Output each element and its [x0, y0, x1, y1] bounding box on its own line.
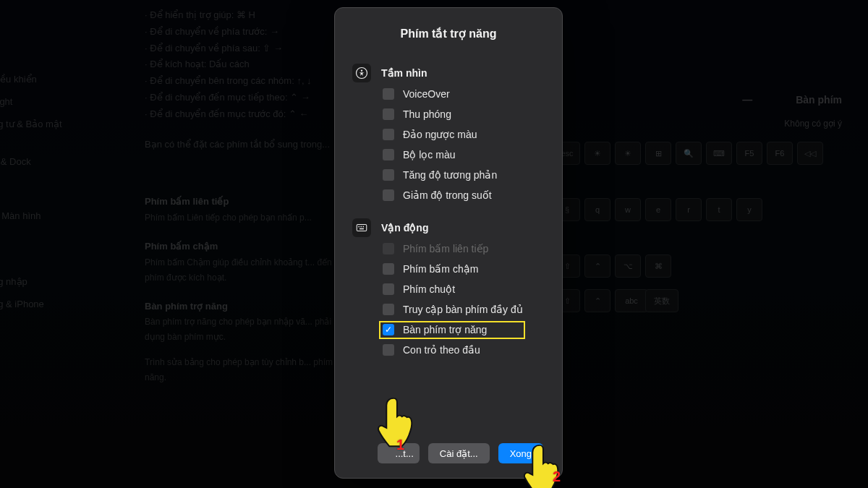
- bg-kb-row: § q w e r t y: [545, 194, 864, 226]
- kb-key: ⊞: [645, 142, 671, 165]
- bg-help-line: · Để di chuyển đến mục trước đó: ⌃ ←: [145, 106, 333, 123]
- svg-point-1: [361, 69, 362, 71]
- opt-label: Giảm độ trong suốt: [403, 189, 492, 201]
- opt-label: Bàn phím trợ năng: [403, 324, 487, 335]
- bg-mid-desc: Trình sửa bảng cho phép bạn tùy chỉnh b.…: [145, 355, 347, 385]
- kb-key: F6: [767, 142, 793, 165]
- bg-help-line: · Để di chuyển về phía trước: →: [145, 24, 333, 40]
- opt-head-pointer[interactable]: Con trỏ theo đầu: [383, 344, 543, 356]
- bg-sidebar-item: ng nhập: [0, 271, 130, 294]
- checkbox[interactable]: [383, 283, 394, 295]
- opt-slow-keys[interactable]: Phím bấm chậm: [383, 263, 543, 275]
- section-motor: Vận động: [352, 218, 543, 237]
- checkbox[interactable]: [383, 243, 394, 254]
- bg-kb-row: ⇧ ⌃ abc 英数: [545, 285, 864, 317]
- kb-key: ⌘: [645, 254, 671, 278]
- checkbox[interactable]: [383, 189, 394, 201]
- bg-kb-row: ⇧ ⌃ ⌥ ⌘: [545, 250, 864, 282]
- bg-kb-row: esc ☀︎ ☀︎ ⊞ 🔍 ⌨︎ F5 F6 ◁◁: [545, 137, 864, 169]
- opt-reduce-transparency[interactable]: Giảm độ trong suốt: [383, 189, 543, 201]
- opt-label: Tăng độ tương phản: [403, 169, 497, 181]
- opt-zoom[interactable]: Thu phóng: [383, 108, 543, 120]
- svg-rect-5: [363, 226, 365, 228]
- truncated-button[interactable]: ...t...: [378, 443, 420, 463]
- dialog-buttons: ...t... Cài đặt... Xong: [354, 443, 543, 463]
- kb-key: q: [584, 198, 610, 221]
- kb-key: e: [645, 198, 671, 221]
- motor-options: Phím bấm liên tiếp Phím bấm chậm Phím ch…: [383, 243, 543, 356]
- bg-sidebar-item: n & Dock: [0, 151, 130, 174]
- bg-kb-dash: —: [742, 94, 752, 106]
- kb-key: y: [736, 198, 762, 221]
- opt-label: Bộ lọc màu: [403, 149, 455, 160]
- bg-sidebar-item: tlight: [0, 91, 130, 114]
- svg-rect-6: [359, 228, 364, 230]
- bg-help-line: · Để di chuyển về phía sau: ⇧ →: [145, 40, 333, 57]
- opt-label: Thu phóng: [403, 108, 451, 120]
- bg-mid-pane: Phím bấm liên tiếp Phím bấm Liên tiếp ch…: [145, 181, 347, 385]
- opt-label: Phím bấm chậm: [403, 263, 478, 275]
- opt-full-keyboard-access[interactable]: Truy cập bàn phím đầy đủ: [383, 304, 543, 315]
- checkbox[interactable]: [383, 304, 394, 315]
- kb-key: ⌃: [584, 254, 610, 278]
- checkbox[interactable]: [383, 149, 394, 160]
- bg-help-lines: · Để hiển thị trợ giúp: ⌘ H · Để di chuy…: [145, 7, 333, 153]
- bg-sidebar-item: ng tư & Bảo mật: [0, 114, 130, 136]
- opt-invert-colors[interactable]: Đảo ngược màu: [383, 129, 543, 140]
- screen-root: · Để hiển thị trợ giúp: ⌘ H · Để di chuy…: [0, 0, 868, 488]
- kb-key: t: [706, 198, 732, 221]
- opt-increase-contrast[interactable]: Tăng độ tương phản: [383, 169, 543, 181]
- checkbox[interactable]: [383, 263, 394, 275]
- settings-button[interactable]: Cài đặt...: [428, 443, 490, 463]
- opt-label: Phím bấm liên tiếp: [403, 243, 488, 254]
- kb-key: r: [676, 198, 702, 221]
- opt-mouse-keys[interactable]: Phím chuột: [383, 283, 543, 295]
- bg-mid-desc: Phím bấm Liên tiếp cho phép bạn nhấn p..…: [145, 210, 347, 226]
- bg-help-extra: Bạn có thể đặt các phím tắt bổ sung tron…: [145, 137, 333, 153]
- opt-label: Con trỏ theo đầu: [403, 344, 480, 356]
- kb-key: 英数: [645, 289, 678, 312]
- opt-color-filters[interactable]: Bộ lọc màu: [383, 149, 543, 160]
- accessibility-shortcuts-dialog: Phím tắt trợ năng Tầm nhìn VoiceOver Thu…: [334, 7, 563, 479]
- accessibility-icon: [352, 64, 371, 82]
- kb-key: 🔍: [676, 142, 702, 165]
- done-button[interactable]: Xong: [498, 443, 543, 463]
- opt-sticky-keys[interactable]: Phím bấm liên tiếp: [383, 243, 543, 254]
- checkbox[interactable]: [383, 88, 394, 100]
- kb-key: ⌥: [615, 254, 641, 278]
- checkbox[interactable]: [383, 108, 394, 120]
- kb-key: F5: [736, 142, 762, 165]
- kb-key: ☀︎: [584, 142, 610, 165]
- bg-sidebar-item: & Màn hình: [0, 205, 130, 228]
- bg-mid-heading: Phím bấm chậm: [145, 239, 347, 255]
- section-vision: Tầm nhìn: [352, 64, 543, 82]
- opt-accessibility-keyboard[interactable]: Bàn phím trợ năng: [383, 324, 543, 335]
- bg-help-line: · Để hiển thị trợ giúp: ⌘ H: [145, 7, 333, 24]
- checkbox[interactable]: [383, 129, 394, 140]
- svg-rect-3: [359, 226, 360, 228]
- bg-sidebar-item: ng & iPhone: [0, 294, 130, 316]
- bg-kb-title: Bàn phím: [796, 94, 842, 106]
- kb-key: w: [615, 198, 641, 221]
- section-vision-label: Tầm nhìn: [381, 67, 427, 79]
- opt-label: Truy cập bàn phím đầy đủ: [403, 304, 523, 315]
- bg-keyboard-panel: — Bàn phím Không có gợi ý esc ☀︎ ☀︎ ⊞ 🔍 …: [545, 87, 864, 317]
- bg-mid-desc: Phím bấm Chậm giúp điều chỉnh khoảng t..…: [145, 255, 347, 286]
- svg-rect-4: [361, 226, 362, 228]
- kb-key: ◁◁: [797, 142, 823, 165]
- checkbox[interactable]: [383, 169, 394, 181]
- opt-label: Phím chuột: [403, 283, 455, 295]
- kb-key: ⌃: [584, 289, 610, 312]
- bg-help-line: · Để di chuyển đến mục tiếp theo: ⌃ →: [145, 90, 333, 106]
- opt-label: Đảo ngược màu: [403, 129, 477, 140]
- checkbox[interactable]: [383, 344, 394, 356]
- bg-sidebar: điều khiển tlight ng tư & Bảo mật n & Do…: [0, 69, 130, 315]
- kb-key: ☀︎: [615, 142, 641, 165]
- bg-help-line: · Để kích hoạt: Dấu cách: [145, 56, 333, 73]
- bg-kb-hint: Không có gợi ý: [545, 113, 864, 137]
- checkbox-checked[interactable]: [383, 324, 394, 335]
- kb-key: abc: [615, 289, 648, 312]
- kb-key: ⌨︎: [706, 142, 732, 165]
- opt-voiceover[interactable]: VoiceOver: [383, 88, 543, 100]
- keyboard-icon: [352, 218, 371, 237]
